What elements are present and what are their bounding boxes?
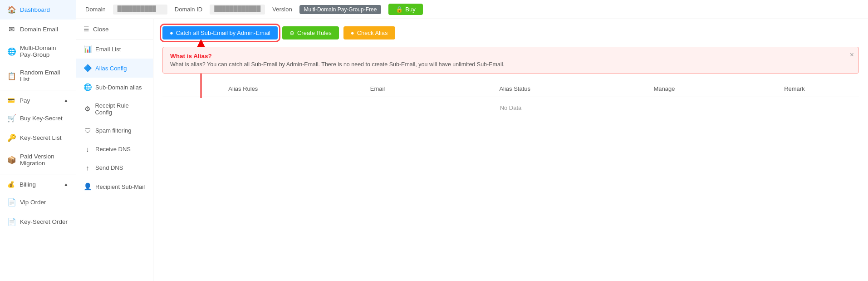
sidebar-item-label: Domain Email: [20, 26, 58, 33]
buy-label: Buy: [405, 6, 415, 13]
subdomain-alias-icon: 🌐: [83, 83, 92, 91]
panel-item-label: Spam filtering: [95, 127, 131, 134]
chevron-up-icon: ▲: [64, 98, 69, 103]
sidebar-item-label: Vip Order: [20, 199, 46, 206]
spam-filter-icon: 🛡: [83, 127, 92, 134]
sidebar-item-buy-key[interactable]: 🛒 Buy Key-Secret: [0, 108, 76, 128]
sidebar-divider-2: [0, 174, 76, 174]
version-prefix-label: Version: [272, 6, 292, 13]
left-panel: ☰ Close 📊 Email List 🔷 Alias Config 🌐 Su…: [76, 19, 153, 281]
close-label: Close: [93, 26, 109, 33]
sidebar: 🏠 Dashboard ✉ Domain Email 🌐 Multi-Domai…: [0, 0, 76, 281]
recipient-sub-icon: 👤: [83, 182, 92, 191]
lock-icon: 🔒: [396, 6, 403, 13]
sidebar-group-billing[interactable]: 💰 Billing ▲: [0, 176, 76, 192]
sidebar-item-key-list[interactable]: 🔑 Key-Secret List: [0, 128, 76, 148]
panel-item-label: Receive DNS: [95, 146, 131, 153]
sidebar-item-label: Key-Secret List: [20, 134, 62, 141]
table-row-no-data: No Data: [162, 97, 859, 119]
sidebar-item-label: Key-Secret Order: [20, 218, 68, 225]
right-panel: ● Catch all Sub-Email by Admin-Email ⊕ C…: [153, 19, 868, 281]
panel-item-receive-dns[interactable]: ↓ Receive DNS: [76, 140, 153, 158]
domain-id-value: ████████████: [210, 5, 265, 15]
receipt-rule-icon: ⚙: [83, 105, 91, 113]
alias-table: Alias Rules Email Alias Status Manage Re…: [162, 81, 859, 118]
panel-item-email-list[interactable]: 📊 Email List: [76, 39, 153, 59]
sidebar-item-paid-migration[interactable]: 📦 Paid Version Migration: [0, 148, 76, 172]
sidebar-item-label: Paid Version Migration: [20, 153, 69, 167]
sidebar-divider-1: [0, 90, 76, 90]
main-area: Domain ██████████ Domain ID ████████████…: [76, 0, 868, 281]
panel-item-label: Send DNS: [95, 164, 123, 171]
content-area: ☰ Close 📊 Email List 🔷 Alias Config 🌐 Su…: [76, 19, 868, 281]
panel-item-alias-config[interactable]: 🔷 Alias Config: [76, 59, 153, 78]
check-icon: ●: [351, 30, 354, 36]
receive-dns-icon: ↓: [83, 145, 92, 153]
col-alias-status: Alias Status: [431, 81, 598, 97]
create-rules-label: Create Rules: [297, 30, 332, 36]
create-rules-button[interactable]: ⊕ Create Rules: [282, 26, 339, 39]
panel-item-recipient-sub[interactable]: 👤 Recipient Sub-Mail: [76, 177, 153, 196]
panel-item-label: Sub-Domain alias: [95, 84, 142, 91]
sidebar-item-multi-domain[interactable]: 🌐 Multi-Domain Pay-Group: [0, 39, 76, 64]
sidebar-item-dashboard[interactable]: 🏠 Dashboard: [0, 0, 76, 20]
version-badge: Multi-Domain Pay-Group-Free: [299, 5, 382, 14]
info-box: What is Alias? What is alias? You can ca…: [162, 47, 859, 74]
catch-all-label: Catch all Sub-Email by Admin-Email: [176, 30, 270, 36]
domain-value: ██████████: [113, 5, 167, 15]
random-email-icon: 📋: [7, 72, 15, 80]
panel-item-spam-filter[interactable]: 🛡 Spam filtering: [76, 121, 153, 140]
multi-domain-icon: 🌐: [7, 47, 15, 56]
close-icon: ☰: [83, 25, 89, 33]
panel-item-subdomain-alias[interactable]: 🌐 Sub-Domain alias: [76, 78, 153, 97]
panel-item-label: Email List: [95, 46, 121, 53]
panel-item-receipt-rule[interactable]: ⚙ Receipt Rule Config: [76, 97, 153, 121]
domain-label: Domain: [85, 6, 106, 13]
col-alias-rules: Alias Rules: [162, 81, 324, 97]
chevron-up-icon-billing: ▲: [64, 182, 69, 187]
key-order-icon: 📄: [7, 217, 15, 226]
sidebar-item-vip-order[interactable]: 📄 Vip Order: [0, 192, 76, 212]
catch-icon: ●: [170, 30, 173, 36]
billing-icon: 💰: [7, 181, 15, 188]
panel-item-label: Recipient Sub-Mail: [95, 183, 145, 190]
check-alias-button[interactable]: ● Check Alias: [343, 26, 395, 39]
group-label: Billing: [20, 181, 36, 188]
pay-icon: 💳: [7, 97, 15, 104]
panel-item-label: Alias Config: [95, 65, 127, 72]
panel-item-send-dns[interactable]: ↑ Send DNS: [76, 158, 153, 177]
action-row: ● Catch all Sub-Email by Admin-Email ⊕ C…: [162, 26, 859, 39]
info-close-button[interactable]: ×: [850, 51, 854, 59]
domain-id-label: Domain ID: [175, 6, 202, 13]
top-bar: Domain ██████████ Domain ID ████████████…: [76, 0, 868, 19]
create-icon: ⊕: [289, 30, 294, 36]
col-email: Email: [324, 81, 432, 97]
no-data-cell: No Data: [162, 97, 859, 119]
col-remark: Remark: [730, 81, 859, 97]
table-header-row: Alias Rules Email Alias Status Manage Re…: [162, 81, 859, 97]
send-dns-icon: ↑: [83, 164, 92, 172]
panel-item-label: Receipt Rule Config: [95, 102, 146, 116]
alias-config-icon: 🔷: [83, 64, 92, 72]
catch-all-button[interactable]: ● Catch all Sub-Email by Admin-Email: [162, 26, 278, 39]
domain-email-icon: ✉: [7, 25, 15, 34]
sidebar-item-domain-email[interactable]: ✉ Domain Email: [0, 20, 76, 39]
sidebar-group-pay[interactable]: 💳 Pay ▲: [0, 92, 76, 108]
close-panel-button[interactable]: ☰ Close: [76, 19, 153, 39]
email-list-icon: 📊: [83, 45, 92, 53]
buy-key-icon: 🛒: [7, 114, 15, 123]
paid-migration-icon: 📦: [7, 156, 15, 164]
info-title: What is Alias?: [170, 53, 851, 59]
col-manage: Manage: [598, 81, 730, 97]
sidebar-item-label: Dashboard: [20, 6, 50, 13]
check-alias-label: Check Alias: [357, 30, 388, 36]
sidebar-item-key-order[interactable]: 📄 Key-Secret Order: [0, 212, 76, 232]
info-text: What is alias? You can catch all Sub-Ema…: [170, 61, 851, 68]
vip-order-icon: 📄: [7, 198, 15, 207]
sidebar-item-label: Multi-Domain Pay-Group: [20, 44, 69, 58]
buy-button[interactable]: 🔒 Buy: [388, 4, 422, 15]
sidebar-item-random-email[interactable]: 📋 Random Email List: [0, 64, 76, 88]
key-list-icon: 🔑: [7, 133, 15, 142]
group-label: Pay: [20, 97, 30, 104]
sidebar-item-label: Random Email List: [20, 69, 69, 83]
